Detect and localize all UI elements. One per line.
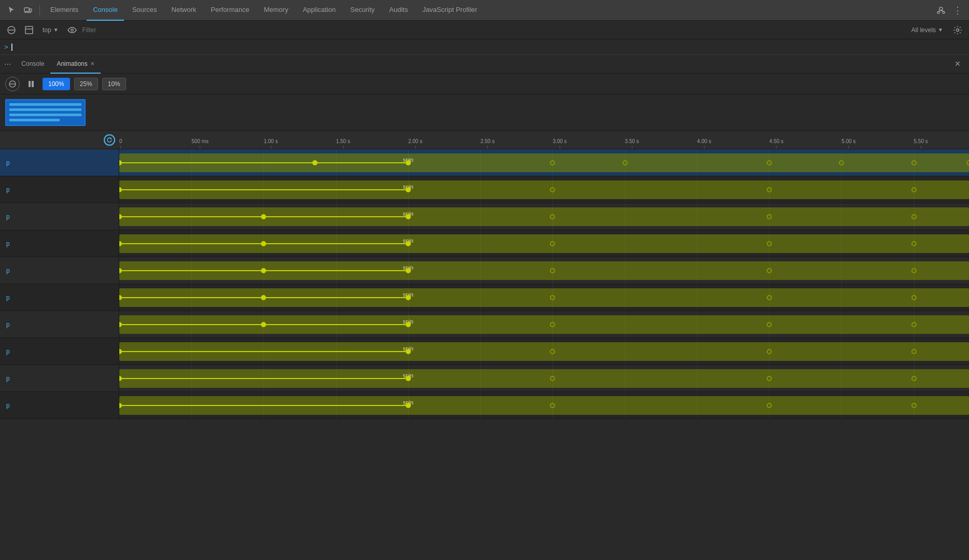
keyframe-dot-empty[interactable] [911,268,917,273]
keyframe-dot-empty[interactable] [911,376,917,381]
tab-memory[interactable]: Memory [258,0,295,21]
cursor-icon[interactable] [4,3,19,18]
keyframe-dot-empty[interactable] [767,187,772,192]
keyframe-dot-filled[interactable] [406,241,411,246]
more-drawers-icon[interactable]: ··· [4,60,11,69]
device-icon[interactable] [21,3,35,18]
keyframe-dot-empty[interactable] [966,160,969,165]
animation-row[interactable]: pspin [0,365,969,392]
keyframe-dot-empty[interactable] [550,349,555,354]
anim-row-content: spin [119,176,969,203]
keyframe-dot-filled[interactable] [406,295,411,300]
grid-line [841,203,842,230]
tab-network[interactable]: Network [165,0,203,21]
tab-security[interactable]: Security [344,0,381,21]
speed-25-button[interactable]: 25% [74,78,98,90]
clear-console-icon[interactable] [4,23,19,37]
drawer-toggle-icon[interactable] [22,23,36,37]
preview-element [5,99,86,126]
tab-application[interactable]: Application [297,0,342,21]
animation-row[interactable]: pspin [0,284,969,311]
keyframe-dot-empty[interactable] [911,403,917,408]
keyframe-dot-filled[interactable] [406,349,411,354]
keyframe-dot-empty[interactable] [767,349,772,354]
keyframe-dot-empty[interactable] [911,187,917,192]
keyframe-dot-empty[interactable] [767,241,772,246]
keyframe-dot-empty[interactable] [911,322,917,327]
keyframe-dot-empty[interactable] [767,376,772,381]
anim-row-content: spin [119,203,969,230]
animation-row[interactable]: pspin [0,149,969,176]
keyframe-dot-filled[interactable] [406,187,411,192]
tab-elements[interactable]: Elements [44,0,85,21]
keyframe-dot-empty[interactable] [911,295,917,300]
keyframe-dot-empty[interactable] [550,214,555,219]
keyframe-dot-empty[interactable] [550,241,555,246]
tab-performance[interactable]: Performance [204,0,255,21]
drawer-tab-close-icon[interactable]: × [91,60,94,67]
eye-icon[interactable] [65,23,79,37]
animation-row[interactable]: pspin [0,203,969,230]
speed-100-button[interactable]: 100% [43,78,70,90]
anim-row-content: spin [119,257,969,284]
settings-gear-icon[interactable] [950,23,965,37]
speed-10-button[interactable]: 10% [102,78,126,90]
keyframe-dot-empty[interactable] [839,160,844,165]
keyframe-dot-empty[interactable] [550,160,555,165]
keyframe-dot-empty[interactable] [767,295,772,300]
animation-row[interactable]: pspin [0,338,969,365]
context-selector[interactable]: top ▼ [39,24,62,36]
keyframe-dot-filled[interactable] [261,241,266,246]
keyframe-dot-empty[interactable] [550,187,555,192]
keyframe-dot-empty[interactable] [550,268,555,273]
keyframe-dot-empty[interactable] [911,214,917,219]
keyframe-dot-filled[interactable] [261,322,266,327]
pause-button[interactable] [24,77,38,91]
keyframe-dot-filled[interactable] [406,403,411,408]
keyframe-dot-filled[interactable] [406,376,411,381]
keyframe-dot-empty[interactable] [622,160,628,165]
keyframe-dot-filled[interactable] [261,295,266,300]
tab-audits[interactable]: Audits [383,0,414,21]
keyframe-dot-empty[interactable] [550,403,555,408]
keyframe-dot-empty[interactable] [550,322,555,327]
tab-sources[interactable]: Sources [126,0,163,21]
animation-row[interactable]: pspin [0,392,969,419]
animation-row[interactable]: pspin [0,311,969,338]
grid-line [480,149,481,176]
keyframe-dot-empty[interactable] [767,214,772,219]
top-toolbar: Elements Console Sources Network Perform… [0,0,969,21]
tab-console[interactable]: Console [87,0,124,21]
keyframe-dot-filled[interactable] [312,160,317,165]
filter-input[interactable] [82,26,904,34]
keyframe-dot-filled[interactable] [261,214,266,219]
keyframe-dot-empty[interactable] [911,160,917,165]
dock-icon[interactable] [934,3,948,18]
no-animation-icon[interactable] [5,77,20,91]
tab-js-profiler[interactable]: JavaScript Profiler [416,0,483,21]
keyframe-dot-filled[interactable] [261,268,266,273]
keyframe-dot-empty[interactable] [767,268,772,273]
keyframe-dot-empty[interactable] [550,295,555,300]
keyframe-dot-empty[interactable] [767,322,772,327]
drawer-close-button[interactable]: × [950,57,965,72]
keyframe-dot-empty[interactable] [767,160,772,165]
animation-row[interactable]: pspin [0,257,969,284]
anim-row-label: p [0,203,119,230]
keyframe-dot-empty[interactable] [911,349,917,354]
keyframe-dot-empty[interactable] [911,241,917,246]
keyframe-dot-empty[interactable] [550,376,555,381]
replay-button[interactable] [104,134,115,146]
animation-row[interactable]: pspin [0,230,969,257]
more-menu-icon[interactable]: ⋮ [950,3,965,18]
keyframe-dot-empty[interactable] [767,403,772,408]
keyframe-dot-filled[interactable] [406,268,411,273]
drawer-tab-animations[interactable]: Animations × [50,55,100,74]
keyframe-dot-filled[interactable] [406,160,411,165]
levels-dropdown[interactable]: All levels ▼ [907,24,947,36]
drawer-tab-console[interactable]: Console [15,55,50,74]
anim-timeline-line [119,162,408,163]
keyframe-dot-filled[interactable] [406,214,411,219]
keyframe-dot-filled[interactable] [406,322,411,327]
animation-row[interactable]: pspin [0,176,969,203]
